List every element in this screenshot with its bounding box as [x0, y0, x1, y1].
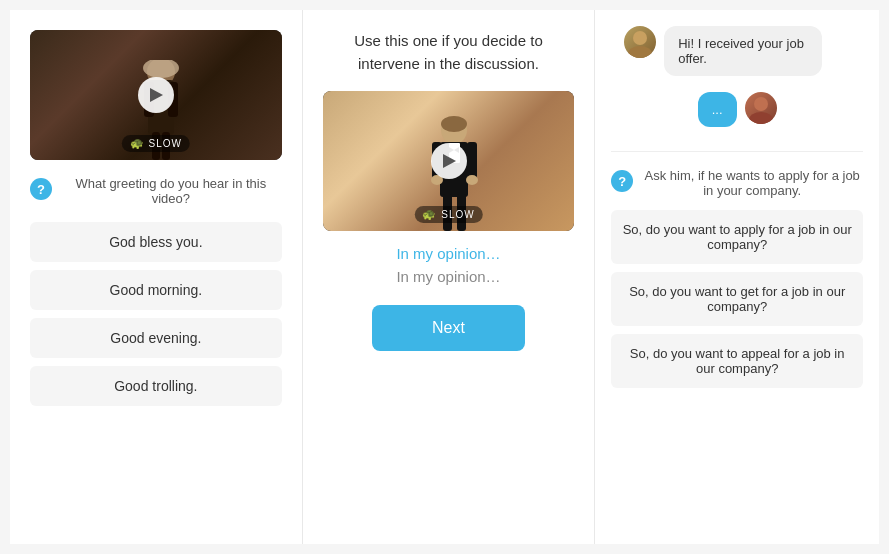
panel-2: Use this one if you decide to intervene … [303, 10, 596, 544]
hint-blue: In my opinion… [396, 245, 500, 262]
panel-1: 🐢 SLOW ? What greeting do you hear in th… [10, 10, 303, 544]
question-text-3: Ask him, if he wants to apply for a job … [641, 168, 863, 198]
answer-option-1-0[interactable]: God bless you. [30, 222, 282, 262]
chat-bubble-left: Hi! I received your job offer. [664, 26, 822, 76]
answer-option-3-2[interactable]: So, do you want to appeal for a job in o… [611, 334, 863, 388]
next-button[interactable]: Next [372, 305, 525, 351]
question-icon-3: ? [611, 170, 633, 192]
svg-point-16 [466, 175, 478, 185]
divider [611, 151, 863, 152]
chat-bubble-right: ... [698, 92, 737, 127]
play-button-2[interactable] [431, 143, 467, 179]
question-text-1: What greeting do you hear in this video? [60, 176, 282, 206]
answer-option-1-2[interactable]: Good evening. [30, 318, 282, 358]
svg-point-20 [628, 46, 652, 58]
turtle-icon-1: 🐢 [130, 137, 145, 150]
svg-point-8 [441, 116, 467, 132]
chat-right-row: ... [698, 92, 777, 127]
answer-option-1-3[interactable]: Good trolling. [30, 366, 282, 406]
slow-badge-1[interactable]: 🐢 SLOW [122, 135, 190, 152]
video-thumbnail-1[interactable]: 🐢 SLOW [30, 30, 282, 160]
chat-left-row: Hi! I received your job offer. [624, 26, 850, 76]
hint-gray: In my opinion… [396, 268, 500, 285]
svg-rect-14 [467, 142, 477, 180]
turtle-icon-2: 🐢 [422, 208, 437, 221]
svg-point-22 [749, 112, 773, 124]
answer-option-3-1[interactable]: So, do you want to get for a job in our … [611, 272, 863, 326]
question-row-1: ? What greeting do you hear in this vide… [30, 176, 282, 206]
instruction-text: Use this one if you decide to intervene … [323, 30, 575, 75]
question-icon-1: ? [30, 178, 52, 200]
svg-point-19 [633, 31, 647, 45]
answer-option-3-0[interactable]: So, do you want to apply for a job in ou… [611, 210, 863, 264]
play-button-1[interactable] [138, 77, 174, 113]
avatar-left [624, 26, 656, 58]
answer-option-1-1[interactable]: Good morning. [30, 270, 282, 310]
video-thumbnail-2[interactable]: 🐢 SLOW [323, 91, 575, 231]
avatar-right [745, 92, 777, 124]
slow-badge-2[interactable]: 🐢 SLOW [414, 206, 482, 223]
panel-3: Hi! I received your job offer. ... ? Ask… [595, 10, 879, 544]
question-row-3: ? Ask him, if he wants to apply for a jo… [611, 168, 863, 198]
svg-point-21 [754, 97, 768, 111]
